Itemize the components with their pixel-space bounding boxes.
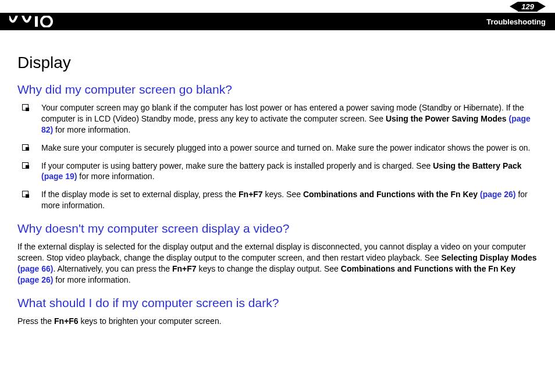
svg-rect-0 [35,16,38,27]
next-page-arrow-icon[interactable] [538,2,546,11]
list-item-text: If the display mode is set to external d… [41,189,538,211]
list-item-text: Make sure your computer is securely plug… [41,142,530,154]
bullet-icon [22,104,29,111]
answer-list-blank: Your computer screen may go blank if the… [17,102,538,211]
top-nav-bar: 129 [0,0,555,13]
bullet-icon [22,162,29,169]
page-content: Display Why did my computer screen go bl… [0,30,555,344]
list-item: Your computer screen may go blank if the… [22,102,538,136]
header-bar: Troubleshooting [0,13,555,30]
bold-text: Fn+F6 [54,316,79,326]
page-link[interactable]: (page 26) [480,190,515,199]
list-item: If your computer is using battery power,… [22,161,538,183]
answer-paragraph-video: If the external display is selected for … [17,241,538,286]
page-number: 129 [518,2,538,12]
bullet-icon [22,191,29,197]
question-heading-dark: What should I do if my computer screen i… [17,296,538,310]
page-navigation: 129 [510,2,546,12]
answer-paragraph-dark: Press the Fn+F6 keys to brighten your co… [17,316,538,327]
vaio-logo-icon [9,16,63,27]
page-title: Display [17,54,538,72]
page-link[interactable]: (page 66) [17,264,53,273]
svg-point-1 [41,16,52,27]
page-link[interactable]: (page 19) [41,172,77,181]
list-item-text: If your computer is using battery power,… [41,161,538,183]
bold-text: Fn+F7 [239,190,263,199]
list-item-text: Your computer screen may go blank if the… [41,102,538,136]
prev-page-arrow-icon[interactable] [510,2,518,11]
question-heading-blank: Why did my computer screen go blank? [17,83,538,97]
section-label: Troubleshooting [486,17,546,26]
bullet-icon [22,144,29,151]
page-link[interactable]: (page 26) [17,275,53,284]
list-item: Make sure your computer is securely plug… [22,142,538,154]
question-heading-video: Why doesn't my computer screen display a… [17,222,538,236]
bold-text: Fn+F7 [172,264,197,273]
bold-text: Combinations and Functions with the Fn K… [303,190,516,199]
list-item: If the display mode is set to external d… [22,189,538,211]
